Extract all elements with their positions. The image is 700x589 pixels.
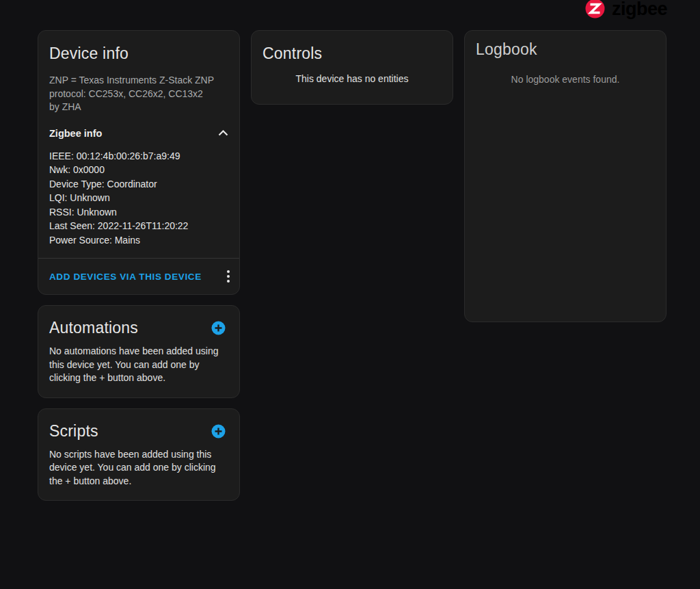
device-info-card: Device info ZNP = Texas Instruments Z-St… <box>38 30 240 295</box>
zigbee-info-row: Nwk: 0x0000 <box>49 163 228 177</box>
zigbee-info-row: Power Source: Mains <box>49 233 228 248</box>
column-middle: Controls This device has no entities <box>251 30 453 105</box>
zigbee-info-row: RSSI: Unknown <box>49 205 228 220</box>
column-right: Logbook No logbook events found. <box>464 30 667 322</box>
chevron-up-icon[interactable] <box>218 130 228 136</box>
zigbee-info-expander[interactable]: Zigbee info <box>49 128 228 139</box>
scripts-card: Scripts No scripts have been added using… <box>38 408 240 501</box>
controls-title: Controls <box>262 44 322 63</box>
scripts-empty-text: No scripts have been added using this de… <box>38 441 239 501</box>
scripts-title: Scripts <box>49 422 98 441</box>
automations-empty-text: No automations have been added using thi… <box>38 338 239 397</box>
device-model-line: ZNP = Texas Instruments Z-Stack ZNP <box>49 74 228 88</box>
zigbee-info-row: Device Type: Coordinator <box>49 177 228 192</box>
zigbee-info-row: LQI: Unknown <box>49 191 228 205</box>
scripts-head: Scripts <box>38 409 239 441</box>
add-automation-button[interactable] <box>208 318 228 338</box>
zigbee-logo: zigbee <box>585 0 667 19</box>
overflow-menu-button[interactable] <box>224 267 232 285</box>
logbook-head: Logbook <box>465 31 666 59</box>
device-info-actions: ADD DEVICES VIA THIS DEVICE <box>38 258 239 294</box>
add-devices-button[interactable]: ADD DEVICES VIA THIS DEVICE <box>49 267 202 286</box>
device-page-content: Device info ZNP = Texas Instruments Z-St… <box>38 30 667 501</box>
zigbee-logo-icon <box>585 0 605 19</box>
logbook-title: Logbook <box>476 40 655 59</box>
controls-empty-text: This device has no entities <box>252 63 453 104</box>
device-info-head: Device info ZNP = Texas Instruments Z-St… <box>38 31 239 258</box>
plus-circle-icon <box>211 321 226 335</box>
device-model-line: protocol: CC253x, CC26x2, CC13x2 <box>49 88 228 101</box>
automations-card: Automations No automations have been add… <box>38 305 240 398</box>
zigbee-info-row: IEEE: 00:12:4b:00:26:b7:a9:49 <box>49 149 228 163</box>
controls-card: Controls This device has no entities <box>251 30 453 105</box>
zigbee-wordmark: zigbee <box>612 0 667 19</box>
device-model-line: by ZHA <box>49 101 228 114</box>
zigbee-info-row: Last Seen: 2022-11-26T11:20:22 <box>49 219 228 233</box>
add-script-button[interactable] <box>208 421 228 441</box>
zigbee-info-rows: IEEE: 00:12:4b:00:26:b7:a9:49 Nwk: 0x000… <box>49 149 228 259</box>
plus-circle-icon <box>211 424 226 439</box>
logbook-card: Logbook No logbook events found. <box>464 30 667 322</box>
logbook-empty-text: No logbook events found. <box>465 74 666 85</box>
automations-head: Automations <box>38 306 239 338</box>
device-info-title: Device info <box>49 44 228 63</box>
column-left: Device info ZNP = Texas Instruments Z-St… <box>38 30 240 501</box>
automations-title: Automations <box>49 319 138 337</box>
zigbee-info-title: Zigbee info <box>49 128 102 139</box>
controls-head: Controls <box>252 31 453 63</box>
dots-vertical-icon <box>227 270 230 283</box>
device-model-block: ZNP = Texas Instruments Z-Stack ZNP prot… <box>49 74 228 114</box>
